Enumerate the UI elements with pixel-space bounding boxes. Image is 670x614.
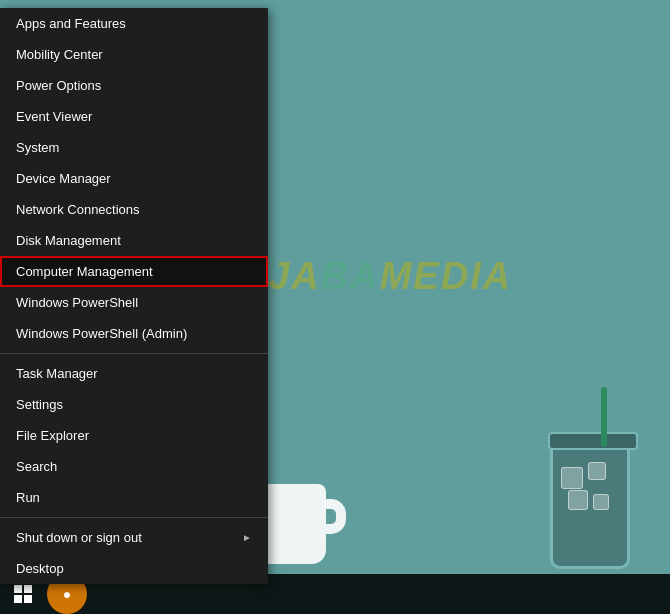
menu-item-power-options[interactable]: Power Options xyxy=(0,70,268,101)
menu-item-event-viewer[interactable]: Event Viewer xyxy=(0,101,268,132)
separator-2 xyxy=(0,517,268,518)
menu-item-run[interactable]: Run xyxy=(0,482,268,513)
menu-item-windows-powershell[interactable]: Windows PowerShell xyxy=(0,287,268,318)
separator-1 xyxy=(0,353,268,354)
menu-item-shut-down-sign-out[interactable]: Shut down or sign out ► xyxy=(0,522,268,553)
menu-item-computer-management[interactable]: Computer Management xyxy=(0,256,268,287)
browser-icon: ● xyxy=(63,586,71,602)
menu-item-task-manager[interactable]: Task Manager xyxy=(0,358,268,389)
menu-item-system[interactable]: System xyxy=(0,132,268,163)
desktop: NEJA BA MEDIA Apps and Features Mobility… xyxy=(0,0,670,614)
watermark-part3: MEDIA xyxy=(380,255,512,298)
menu-item-mobility-center[interactable]: Mobility Center xyxy=(0,39,268,70)
menu-item-device-manager[interactable]: Device Manager xyxy=(0,163,268,194)
menu-item-file-explorer[interactable]: File Explorer xyxy=(0,420,268,451)
context-menu: Apps and Features Mobility Center Power … xyxy=(0,8,268,584)
menu-item-network-connections[interactable]: Network Connections xyxy=(0,194,268,225)
arrow-icon: ► xyxy=(242,532,252,543)
menu-item-search[interactable]: Search xyxy=(0,451,268,482)
iced-drink-illustration xyxy=(550,439,630,569)
menu-item-desktop[interactable]: Desktop xyxy=(0,553,268,584)
menu-item-windows-powershell-admin[interactable]: Windows PowerShell (Admin) xyxy=(0,318,268,349)
start-icon xyxy=(14,585,32,603)
menu-item-apps-features[interactable]: Apps and Features xyxy=(0,8,268,39)
menu-item-disk-management[interactable]: Disk Management xyxy=(0,225,268,256)
watermark-part2: BA xyxy=(321,255,380,298)
menu-item-settings[interactable]: Settings xyxy=(0,389,268,420)
